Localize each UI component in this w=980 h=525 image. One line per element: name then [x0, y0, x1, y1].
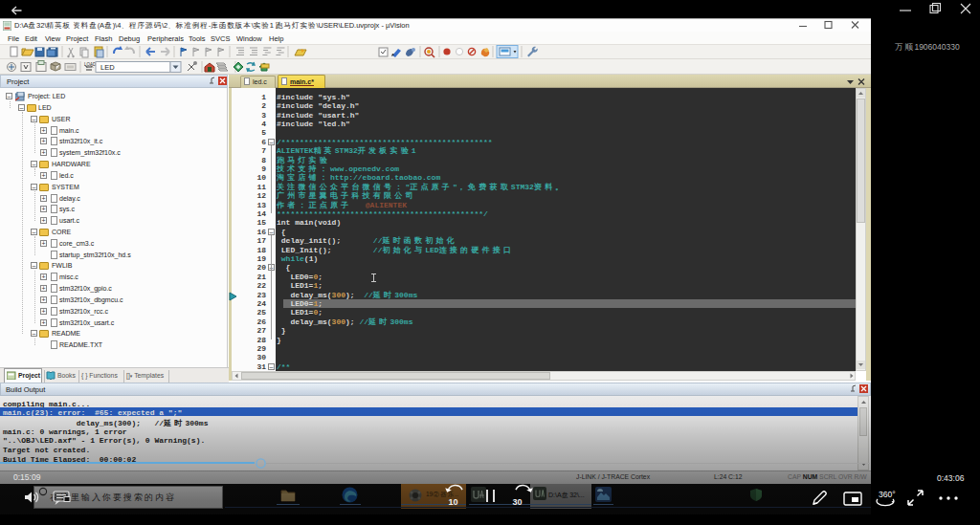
- svg-text:30: 30: [513, 497, 523, 507]
- svg-text:LED: LED: [100, 63, 115, 72]
- svg-text:10: 10: [449, 497, 458, 507]
- svg-text:360°: 360°: [879, 490, 896, 499]
